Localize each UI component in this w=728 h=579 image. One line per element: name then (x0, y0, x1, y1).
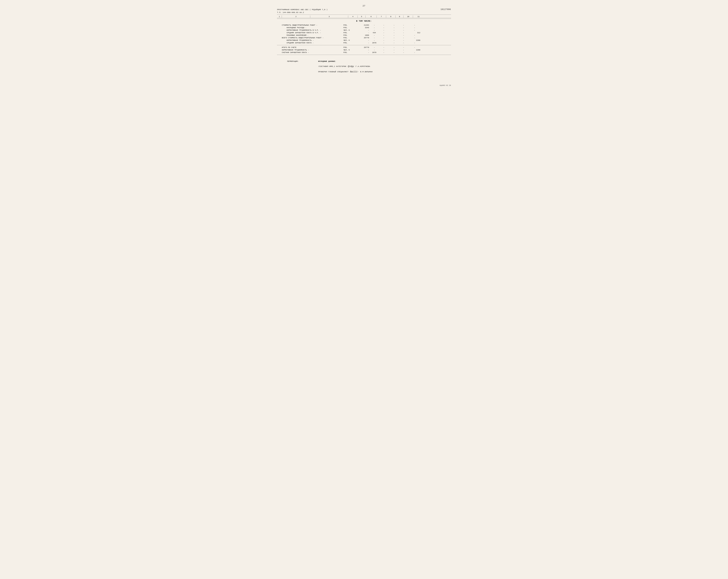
total-2-v1: - (355, 52, 370, 53)
row-4-label: ПЛАНОВЫЕ НАКОПЛЕНИЯ - (287, 34, 343, 36)
col-num-6: 6 (366, 16, 376, 18)
row-4-unit: РУБ. (343, 34, 355, 36)
row-3-v1: - (355, 32, 370, 34)
header-left: ПРОГРАММНАЯ КОМПЛЕКС АВС-ЗЕС ( РЕДАЙЦИЯ … (277, 8, 328, 14)
header-row: ПРОГРАММНАЯ КОМПЛЕКС АВС-ЗЕС ( РЕДАЙЦИЯ … (277, 8, 451, 14)
total-2-unit: РУБ. (343, 52, 355, 53)
col-num-3: 3 (310, 16, 348, 18)
row-4-v4: - (389, 34, 399, 36)
total-0-v1: 26770 (355, 47, 370, 48)
total-2-v2: 2078 (370, 52, 378, 53)
row-5-unit: РУБ. (343, 37, 355, 39)
col-num-1: 1 (277, 16, 282, 18)
composed-name: Г.А.КОРОТНЕВА (356, 65, 370, 68)
total-0-unit: РУБ. (343, 47, 355, 48)
header-date: 18127996 (441, 8, 451, 10)
footer-section: ПЕРФОРАЦИЯ: ИСХОДНЫЕ ДАННЫЕ: /СОСТАВИЛ И… (277, 60, 451, 75)
row-3-v2: 434 (370, 32, 378, 34)
row-1-v1: 3345 (355, 27, 370, 29)
row-7-label: СРЕДНЯЯ ЗАРАБОТНАЯ ПЛАТА - (287, 42, 343, 44)
composed-label: /СОСТАВИЛ ИМЯ,1 КАТЕГОРИИ (318, 65, 346, 68)
row-0-label: СТОИМОСТЬ ОБЩЕСТРОИТЕЛЬНЫХ РАБОТ - (282, 24, 343, 26)
row-2-v2: - (370, 29, 378, 31)
verified-label: ПРОВЕРИЛ ГЛАВНЫЙ СПЕЦИАЛИСТ (318, 70, 348, 74)
page-footer-code: прр063 02 28 (277, 84, 451, 86)
row-4-v5: - (399, 34, 408, 36)
page-number: 27 (277, 5, 451, 7)
row-6-v6: 2299 (408, 40, 421, 41)
row-0-v2: - (370, 24, 378, 26)
row-6-label: НОРМАТИВНАЯ ТРУДОЕМКОСТЬ - (287, 40, 343, 41)
total-0-v6: - (408, 47, 421, 48)
signature-1: Qidgy (348, 65, 354, 69)
program-line2: Т.П. 144-000-960.93 АА.2 (277, 11, 328, 14)
row-7-v4: - (389, 42, 399, 44)
total-1-v2: - (370, 49, 378, 51)
row-3-unit: РУБ. (343, 32, 355, 34)
main-table: СТОИМОСТЬ ОБЩЕСТРОИТЕЛЬНЫХ РАБОТ - РУБ. … (277, 24, 451, 44)
row-1-v6: - (408, 27, 421, 29)
row-6-v5: - (399, 40, 408, 41)
table-row: НОРМАТИВНАЯ ТРУДОЕМКОСТЬ - ЧЕЛ.-Ч - - - … (277, 39, 451, 42)
row-5-v4: - (389, 37, 399, 39)
total-0-v3: - (378, 47, 389, 48)
row-3-v6: 312 (408, 32, 421, 34)
total-1-label: НОРМАТИВНАЯ ТРУДОЕМКОСТЬ - (282, 49, 343, 51)
total-2-v4: - (389, 52, 399, 53)
total-1-v4: - (389, 49, 399, 51)
row-7-v6: - (408, 42, 421, 44)
signature-2: Бшilli- (350, 70, 359, 74)
row-5-v3: - (378, 37, 389, 39)
totals-section: ИТОГО ПО СЧЕТЕ РУБ. 26770 - - - - - НОРМ… (277, 46, 451, 54)
total-1-v1: - (355, 49, 370, 51)
total-0-label: ИТОГО ПО СЧЕТЕ (282, 47, 343, 48)
total-2-label: СЧЕТНАЯ ЗАРАБОТНАЯ ПЛАТА - (282, 52, 343, 53)
row-5-v2: - (370, 37, 378, 39)
row-0-v3: - (378, 24, 389, 26)
subcolumn-line (277, 18, 451, 19)
row-0-v5: - (399, 24, 408, 26)
row-0-v4: - (389, 24, 399, 26)
table-row: НОРМАТИВНАЯ ТРУДОЕМКОСТЬ В Ч.Р. - ЧЕЛ.-Ч… (277, 29, 451, 31)
row-2-v6: - (408, 29, 421, 31)
row-4-v3: - (378, 34, 389, 36)
total-row: СЧЕТНАЯ ЗАРАБОТНАЯ ПЛАТА - РУБ. - 2078 -… (277, 51, 451, 54)
col-num-2: 2 (282, 16, 310, 18)
total-2-v6: - (408, 52, 421, 53)
total-0-v2: - (370, 47, 378, 48)
row-5-v1: 26770 (355, 37, 370, 39)
table-row: СРЕДНЯЯ ЗАРАБОТНАЯ ПЛАТА В Ч.Р. - РУБ. -… (277, 31, 451, 34)
row-0-v6: - (408, 24, 421, 26)
row-6-v4: - (389, 40, 399, 41)
col-num-8: 8 (386, 16, 396, 18)
col-num-10: 10 (404, 16, 413, 18)
row-3-v3: - (378, 32, 389, 34)
column-numbers: 1 2 3 4 5 6 7 8 9 10 11 (277, 15, 451, 18)
table-row: СТОИМОСТЬ ОБЩЕСТРОИТЕЛЬНЫХ РАБОТ - РУБ. … (277, 24, 451, 26)
row-6-v1: - (355, 40, 370, 41)
row-2-unit: ЧЕЛ.-Ч (343, 29, 355, 31)
col-num-5: 5 (358, 16, 366, 18)
total-1-v3: - (378, 49, 389, 51)
row-1-unit: РУБ. (343, 27, 355, 29)
table-row: ПЛАНОВЫЕ НАКОПЛЕНИЯ - РУБ. 1966 - - - - … (277, 34, 451, 36)
row-7-v1: - (355, 42, 370, 44)
row-5-v6: - (408, 37, 421, 39)
row-1-v2: - (370, 27, 378, 29)
total-0-v4: - (389, 47, 399, 48)
row-5-label: ВСЕГО СТОИМОСТЬ ОБЩЕСТРОИТЕЛЬНЫХ РАБОТ - (282, 37, 343, 39)
footer-right: ИСХОДНЫЕ ДАННЫЕ: /СОСТАВИЛ ИМЯ,1 КАТЕГОР… (318, 60, 451, 75)
row-2-v5: - (399, 29, 408, 31)
total-2-v5: - (399, 52, 408, 53)
total-1-v5: - (399, 49, 408, 51)
row-2-v3: - (378, 29, 389, 31)
row-7-v2: 2078 (370, 42, 378, 44)
section-divider (277, 45, 451, 45)
row-3-label: СРЕДНЯЯ ЗАРАБОТНАЯ ПЛАТА В Ч.Р. - (287, 32, 343, 34)
col-num-9: 9 (396, 16, 404, 18)
verified-name: В.М.ВИЛЬМАН (360, 70, 372, 74)
row-6-v3: - (378, 40, 389, 41)
source-data-label: ИСХОДНЫЕ ДАННЫЕ: (318, 60, 451, 63)
row-2-v4: - (389, 29, 399, 31)
footer-verified-row: ПРОВЕРИЛ ГЛАВНЫЙ СПЕЦИАЛИСТ Бшilli- В.М.… (318, 70, 451, 74)
